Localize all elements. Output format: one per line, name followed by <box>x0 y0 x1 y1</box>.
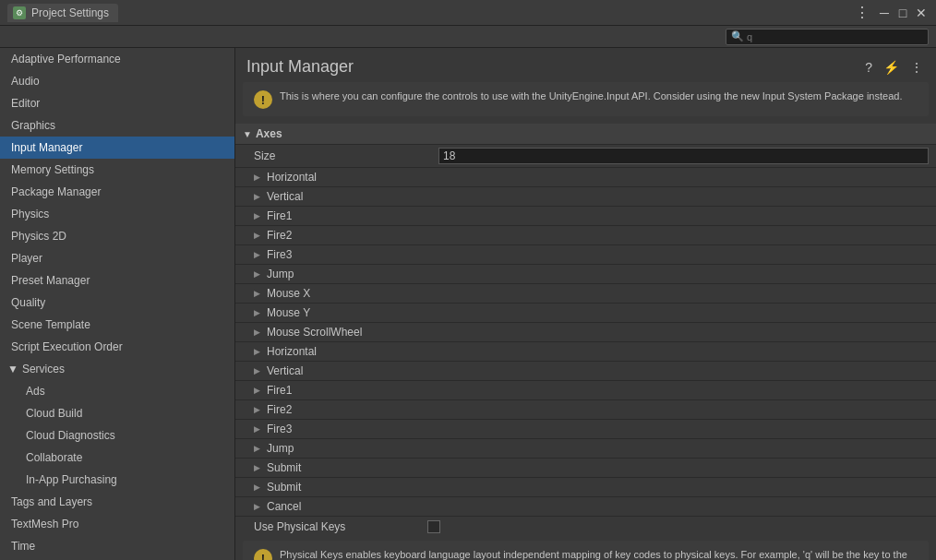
info-icon: ! <box>254 90 272 109</box>
sidebar-item-collaborate[interactable]: Collaborate <box>0 447 234 469</box>
sidebar-label-collaborate: Collaborate <box>26 449 82 466</box>
more-options-button[interactable]: ⋮ <box>908 58 925 77</box>
help-button[interactable]: ? <box>863 58 874 77</box>
sidebar-item-package-manager[interactable]: Package Manager <box>0 181 234 203</box>
sidebar: Adaptive Performance Audio Editor Graphi… <box>0 48 235 560</box>
axis-item-submit-2[interactable]: ▶ Submit <box>235 478 936 497</box>
close-button[interactable]: ✕ <box>914 6 929 20</box>
sidebar-label-time: Time <box>11 538 35 554</box>
axis-name: Fire1 <box>267 384 292 397</box>
sidebar-label-tags-and-layers: Tags and Layers <box>11 494 92 510</box>
axis-expand-icon: ▶ <box>254 386 263 395</box>
sidebar-item-memory-settings[interactable]: Memory Settings <box>0 159 234 181</box>
sidebar-item-textmesh-pro[interactable]: TextMesh Pro <box>0 513 234 535</box>
axis-item-mouse-y[interactable]: ▶ Mouse Y <box>235 304 936 323</box>
sidebar-item-cloud-diagnostics[interactable]: Cloud Diagnostics <box>0 424 234 447</box>
axes-expand-icon: ▼ <box>243 129 252 139</box>
axis-expand-icon: ▶ <box>254 347 263 356</box>
sidebar-item-editor[interactable]: Editor <box>0 92 234 114</box>
content-scroll[interactable]: ▼ Axes Size ▶ Horizontal ▶ Vertical ▶ Fi… <box>235 124 936 560</box>
info-text: This is where you can configure the cont… <box>280 89 902 103</box>
sidebar-item-script-execution-order[interactable]: Script Execution Order <box>0 336 234 358</box>
sidebar-item-physics[interactable]: Physics <box>0 203 234 225</box>
axis-item-vertical-2[interactable]: ▶ Vertical <box>235 362 936 381</box>
axis-item-fire2-1[interactable]: ▶ Fire2 <box>235 226 936 245</box>
axis-name: Jump <box>267 442 294 455</box>
axis-expand-icon: ▶ <box>254 444 263 453</box>
sidebar-label-cloud-build: Cloud Build <box>26 405 82 422</box>
physical-keys-row: Use Physical Keys <box>235 517 936 537</box>
axis-name: Cancel <box>267 500 301 513</box>
axis-expand-icon: ▶ <box>254 366 263 375</box>
sidebar-item-scene-template[interactable]: Scene Template <box>0 314 234 336</box>
sidebar-label-textmesh-pro: TextMesh Pro <box>11 516 78 532</box>
panel-header-icons: ? ⚡ ⋮ <box>863 58 925 77</box>
axis-expand-icon: ▶ <box>254 269 263 279</box>
sidebar-item-player[interactable]: Player <box>0 247 234 269</box>
axis-item-fire2-2[interactable]: ▶ Fire2 <box>235 400 936 420</box>
sidebar-label-scene-template: Scene Template <box>11 316 90 333</box>
sidebar-label-cloud-diagnostics: Cloud Diagnostics <box>26 427 115 444</box>
sidebar-section-services[interactable]: ▼ Services <box>0 358 234 380</box>
axis-item-jump-1[interactable]: ▶ Jump <box>235 265 936 284</box>
menu-dots-icon[interactable]: ⋮ <box>855 4 870 21</box>
app-icon: ⚙ <box>13 6 26 19</box>
axis-item-fire3-2[interactable]: ▶ Fire3 <box>235 420 936 439</box>
physical-keys-checkbox[interactable] <box>427 520 440 533</box>
sidebar-item-adaptive-performance[interactable]: Adaptive Performance <box>0 48 234 70</box>
sidebar-item-audio[interactable]: Audio <box>0 70 234 92</box>
axis-item-horizontal-1[interactable]: ▶ Horizontal <box>235 168 936 187</box>
sidebar-label-adaptive-performance: Adaptive Performance <box>11 51 121 67</box>
sidebar-label-in-app-purchasing: In-App Purchasing <box>26 471 117 488</box>
sidebar-label-input-manager: Input Manager <box>11 139 82 156</box>
axis-item-cancel[interactable]: ▶ Cancel <box>235 497 936 517</box>
sidebar-item-tags-and-layers[interactable]: Tags and Layers <box>0 491 234 513</box>
physical-keys-label: Use Physical Keys <box>243 520 427 533</box>
axis-item-mouse-scrollwheel[interactable]: ▶ Mouse ScrollWheel <box>235 323 936 342</box>
axis-item-horizontal-2[interactable]: ▶ Horizontal <box>235 342 936 362</box>
search-input[interactable] <box>726 29 929 45</box>
axis-expand-icon: ▶ <box>254 173 263 182</box>
sidebar-label-ads: Ads <box>26 383 45 399</box>
search-icon: 🔍 <box>731 30 744 42</box>
sidebar-item-physics-2d[interactable]: Physics 2D <box>0 225 234 247</box>
size-input[interactable] <box>438 148 929 164</box>
sidebar-item-in-app-purchasing[interactable]: In-App Purchasing <box>0 469 234 491</box>
axis-item-fire1-1[interactable]: ▶ Fire1 <box>235 207 936 226</box>
services-arrow-icon: ▼ <box>7 361 18 377</box>
sidebar-item-cloud-build[interactable]: Cloud Build <box>0 402 234 424</box>
axis-name: Mouse ScrollWheel <box>267 326 362 339</box>
axis-name: Fire3 <box>267 248 292 261</box>
search-wrapper: 🔍 <box>726 29 929 45</box>
axis-name: Fire2 <box>267 229 292 242</box>
window-controls: ⋮ ─ □ ✕ <box>855 4 929 21</box>
maximize-button[interactable]: □ <box>895 6 910 20</box>
bottom-info-banner: ! Physical Keys enables keyboard languag… <box>243 541 929 560</box>
sidebar-label-player: Player <box>11 250 42 267</box>
axis-expand-icon: ▶ <box>254 502 263 511</box>
axes-header[interactable]: ▼ Axes <box>235 124 936 145</box>
sidebar-item-ads[interactable]: Ads <box>0 380 234 402</box>
axis-item-fire1-2[interactable]: ▶ Fire1 <box>235 381 936 400</box>
axis-item-mouse-x[interactable]: ▶ Mouse X <box>235 284 936 304</box>
filter-button[interactable]: ⚡ <box>882 58 901 77</box>
sidebar-label-package-manager: Package Manager <box>11 184 101 200</box>
axis-item-fire3-1[interactable]: ▶ Fire3 <box>235 245 936 265</box>
sidebar-item-time[interactable]: Time <box>0 535 234 557</box>
sidebar-item-input-manager[interactable]: Input Manager <box>0 137 234 159</box>
axis-item-vertical-1[interactable]: ▶ Vertical <box>235 187 936 207</box>
sidebar-item-preset-manager[interactable]: Preset Manager <box>0 269 234 292</box>
axis-expand-icon: ▶ <box>254 483 263 492</box>
sidebar-label-physics-2d: Physics 2D <box>11 228 66 244</box>
axis-item-submit-1[interactable]: ▶ Submit <box>235 459 936 478</box>
sidebar-label-script-execution-order: Script Execution Order <box>11 339 123 355</box>
search-bar: 🔍 <box>0 26 936 48</box>
title-tab: ⚙ Project Settings <box>7 4 118 22</box>
sidebar-item-graphics[interactable]: Graphics <box>0 114 234 137</box>
axis-expand-icon: ▶ <box>254 250 263 259</box>
sidebar-label-audio: Audio <box>11 73 40 89</box>
axis-item-jump-2[interactable]: ▶ Jump <box>235 439 936 459</box>
minimize-button[interactable]: ─ <box>877 6 892 20</box>
sidebar-item-quality[interactable]: Quality <box>0 292 234 314</box>
axis-name: Mouse Y <box>267 306 310 319</box>
